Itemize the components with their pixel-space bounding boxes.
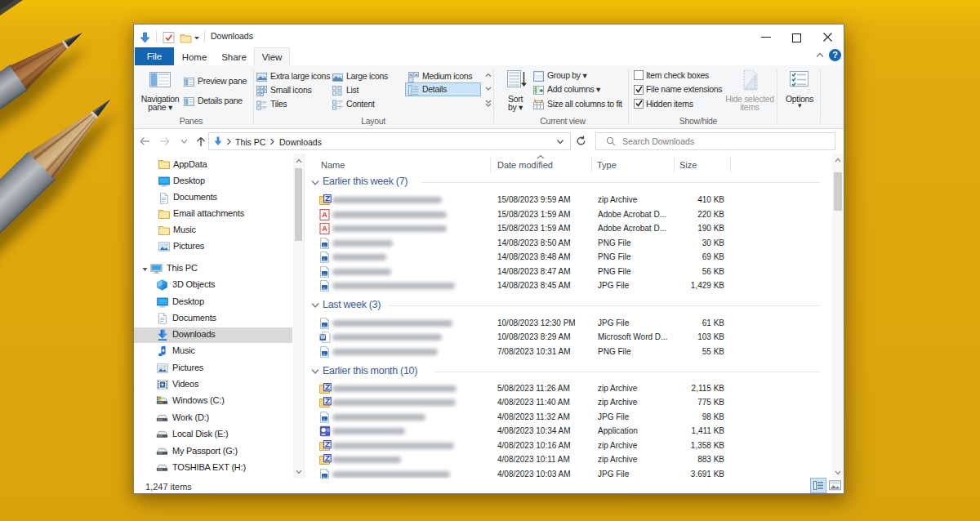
svg-text:A: A bbox=[322, 225, 327, 233]
svg-text:W: W bbox=[320, 335, 326, 341]
svg-text:A: A bbox=[322, 211, 327, 219]
